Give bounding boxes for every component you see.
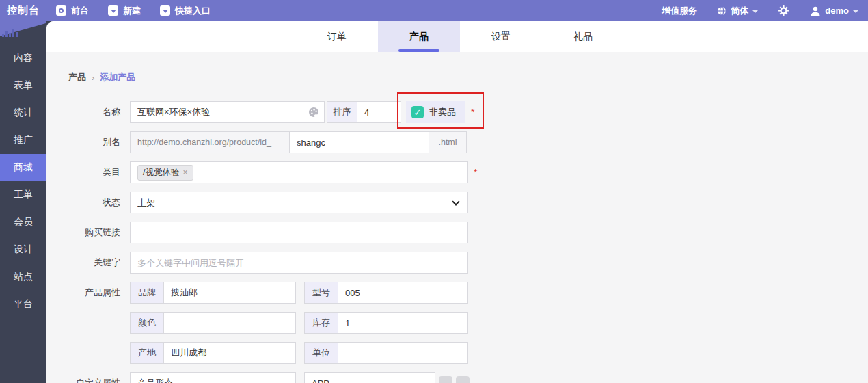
sidebar-item-mall[interactable]: 商城 bbox=[0, 154, 46, 181]
status-select[interactable]: 上架 bbox=[130, 192, 468, 213]
category-tag: /视觉体验 × bbox=[137, 165, 193, 181]
tab-orders[interactable]: 订单 bbox=[296, 21, 378, 52]
attributes-row-3: 产地 单位 bbox=[46, 342, 868, 364]
topbar-menu: 前台 新建 快捷入口 bbox=[56, 5, 211, 17]
globe-icon bbox=[717, 6, 727, 16]
username-label: demo bbox=[825, 5, 849, 16]
tab-settings[interactable]: 设置 bbox=[460, 21, 542, 52]
not-for-sale-checkbox[interactable]: ✓ 非卖品 bbox=[406, 101, 465, 123]
buy-link-input[interactable] bbox=[130, 222, 468, 243]
sidebar-item-content[interactable]: 内容 bbox=[0, 44, 46, 72]
required-asterisk: * bbox=[474, 167, 477, 178]
gear-icon bbox=[778, 5, 789, 16]
buy-link-label: 购买链接 bbox=[46, 226, 120, 239]
caret-down-icon bbox=[752, 10, 758, 13]
alias-url-prefix: http://demo.chanzhi.org/product/id_ bbox=[130, 131, 290, 153]
attributes-label: 产品属性 bbox=[46, 287, 120, 299]
menu-quick-entry-label: 快捷入口 bbox=[175, 5, 211, 17]
divider bbox=[707, 6, 707, 16]
category-row: 类目 /视觉体验 × * bbox=[46, 161, 868, 183]
language-label: 简体 bbox=[731, 5, 748, 17]
sidebar-item-stats[interactable]: 统计 bbox=[0, 99, 46, 127]
custom-attributes-label: 自定义属性 bbox=[46, 377, 120, 383]
menu-create[interactable]: 新建 bbox=[108, 5, 141, 17]
alias-url-suffix: .html bbox=[429, 131, 467, 153]
attributes-row-1: 产品属性 品牌 型号 bbox=[46, 282, 868, 304]
app-logo[interactable]: 控制台 bbox=[0, 4, 46, 17]
origin-input[interactable] bbox=[163, 342, 296, 364]
topbar: 控制台 前台 新建 快捷入口 增值服务 简体 demo bbox=[0, 0, 868, 21]
tab-products[interactable]: 产品 bbox=[378, 21, 460, 52]
menu-front-label: 前台 bbox=[71, 5, 89, 17]
sidebar-item-ticket[interactable]: 工单 bbox=[0, 181, 46, 209]
value-added-services-link[interactable]: 增值服务 bbox=[662, 5, 697, 17]
breadcrumb-separator: › bbox=[92, 72, 94, 83]
color-input[interactable] bbox=[163, 312, 296, 334]
status-row: 状态 上架 bbox=[46, 192, 868, 213]
menu-quick-entry[interactable]: 快捷入口 bbox=[160, 5, 211, 17]
sidebar-item-promotion[interactable]: 推广 bbox=[0, 127, 46, 154]
settings-button[interactable] bbox=[778, 5, 789, 16]
origin-label: 产地 bbox=[130, 342, 164, 364]
model-input[interactable] bbox=[338, 282, 468, 304]
tab-products-label: 产品 bbox=[409, 31, 429, 43]
front-icon bbox=[56, 5, 66, 16]
product-form: 名称 排序 ✓ 非卖品 * 别名 http://de bbox=[46, 101, 868, 383]
user-icon bbox=[810, 5, 821, 16]
breadcrumb-parent[interactable]: 产品 bbox=[68, 71, 86, 83]
alias-input[interactable] bbox=[289, 131, 429, 153]
sidebar-item-site[interactable]: 站点 bbox=[0, 263, 46, 291]
unit-input[interactable] bbox=[338, 342, 468, 364]
sidebar-nav: 内容 表单 统计 推广 商城 工单 会员 设计 站点 平台 bbox=[0, 44, 46, 318]
main-panel: 订单 产品 设置 礼品 产品 › 添加产品 名称 bbox=[46, 21, 868, 383]
create-icon bbox=[108, 5, 118, 16]
sort-input[interactable] bbox=[357, 101, 401, 123]
color-label: 颜色 bbox=[130, 312, 164, 334]
keywords-label: 关键字 bbox=[46, 256, 120, 269]
divider bbox=[768, 6, 768, 16]
sidebar: 内容 表单 统计 推广 商城 工单 会员 设计 站点 平台 bbox=[0, 21, 46, 383]
topbar-right: 增值服务 简体 demo bbox=[662, 5, 868, 17]
sidebar-item-design[interactable]: 设计 bbox=[0, 236, 46, 263]
custom-attr-name-input[interactable] bbox=[130, 372, 296, 383]
buy-link-row: 购买链接 bbox=[46, 222, 868, 243]
not-for-sale-label: 非卖品 bbox=[429, 106, 456, 118]
category-label: 类目 bbox=[46, 166, 120, 179]
brand-label: 品牌 bbox=[130, 282, 164, 304]
sidebar-item-platform[interactable]: 平台 bbox=[0, 291, 46, 318]
sidebar-item-form[interactable]: 表单 bbox=[0, 72, 46, 99]
breadcrumb-current: 添加产品 bbox=[100, 71, 135, 83]
menu-front[interactable]: 前台 bbox=[56, 5, 89, 17]
category-tag-label: /视觉体验 bbox=[143, 167, 179, 179]
name-row: 名称 排序 ✓ 非卖品 * bbox=[46, 101, 868, 123]
unit-label: 单位 bbox=[304, 342, 338, 364]
custom-attr-value-input[interactable] bbox=[304, 372, 435, 383]
sidebar-item-member[interactable]: 会员 bbox=[0, 209, 46, 236]
remove-tag-icon[interactable]: × bbox=[182, 168, 187, 177]
user-menu[interactable]: demo bbox=[810, 5, 858, 16]
alias-label: 别名 bbox=[46, 136, 120, 148]
name-label: 名称 bbox=[46, 106, 120, 118]
check-icon: ✓ bbox=[411, 106, 424, 118]
palette-icon[interactable] bbox=[308, 107, 319, 120]
tabbar: 订单 产品 设置 礼品 bbox=[46, 21, 868, 52]
breadcrumb: 产品 › 添加产品 bbox=[68, 71, 868, 83]
keywords-row: 关键字 bbox=[46, 252, 868, 274]
stock-input[interactable] bbox=[338, 312, 468, 334]
status-label: 状态 bbox=[46, 196, 120, 209]
alias-row: 别名 http://demo.chanzhi.org/product/id_ .… bbox=[46, 131, 868, 153]
remove-custom-attr-button[interactable] bbox=[456, 376, 470, 383]
quick-entry-icon bbox=[160, 5, 170, 16]
custom-attributes-row: 自定义属性 bbox=[46, 372, 868, 383]
brand-input[interactable] bbox=[163, 282, 296, 304]
add-custom-attr-button[interactable] bbox=[439, 376, 452, 383]
model-label: 型号 bbox=[304, 282, 338, 304]
keywords-input[interactable] bbox=[130, 252, 468, 274]
name-input[interactable] bbox=[130, 101, 325, 123]
caret-down-icon bbox=[853, 10, 858, 13]
category-input[interactable]: /视觉体验 × bbox=[130, 161, 468, 183]
stock-label: 库存 bbox=[304, 312, 338, 334]
equalizer-decoration bbox=[2, 29, 18, 37]
tab-gifts[interactable]: 礼品 bbox=[542, 21, 624, 52]
language-switcher[interactable]: 简体 bbox=[717, 5, 758, 17]
